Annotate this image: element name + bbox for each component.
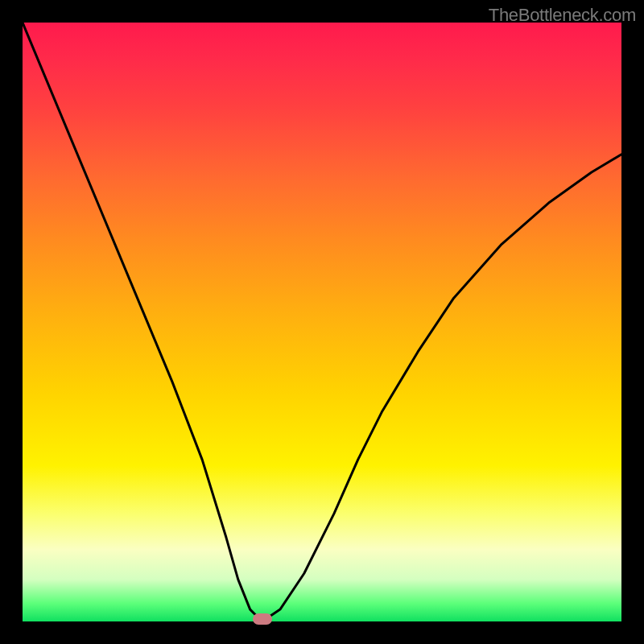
chart-frame: TheBottleneck.com	[0, 0, 644, 644]
bottleneck-curve	[23, 23, 621, 621]
plot-area	[23, 23, 621, 621]
optimal-point-marker	[253, 613, 272, 625]
watermark-text: TheBottleneck.com	[489, 5, 636, 26]
